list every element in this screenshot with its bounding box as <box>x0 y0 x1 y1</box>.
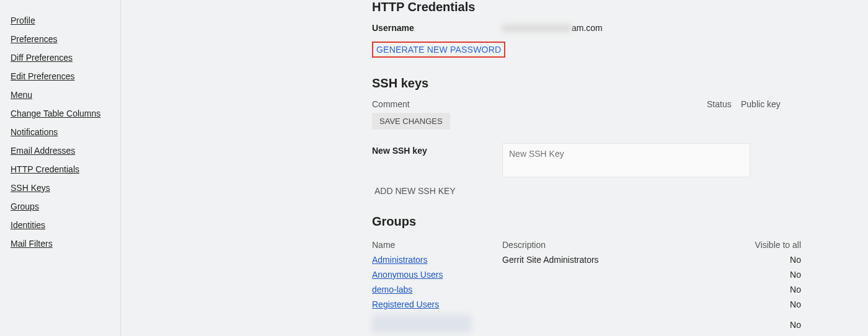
sidebar-item-email-addresses[interactable]: Email Addresses <box>11 141 120 160</box>
username-redacted: xxxxxxxxxxxxxxxx <box>502 23 572 33</box>
group-row: Registered Users No <box>372 297 818 312</box>
sidebar-item-profile[interactable]: Profile <box>11 11 120 30</box>
sidebar-item-preferences[interactable]: Preferences <box>11 30 120 48</box>
save-changes-button[interactable]: SAVE CHANGES <box>372 113 450 130</box>
sidebar-item-mail-filters[interactable]: Mail Filters <box>11 234 120 253</box>
ssh-keys-section: SSH keys Comment Status Public key SAVE … <box>372 76 818 196</box>
sidebar-item-change-table-columns[interactable]: Change Table Columns <box>11 104 120 123</box>
generate-new-password-button[interactable]: GENERATE NEW PASSWORD <box>376 45 501 55</box>
group-row: Administrators Gerrit Site Administrator… <box>372 252 818 267</box>
group-link-registered-users[interactable]: Registered Users <box>372 299 439 309</box>
group-link-anonymous-users[interactable]: Anonymous Users <box>372 270 443 280</box>
ssh-keys-title: SSH keys <box>372 76 818 91</box>
http-credentials-section: HTTP Credentials Username xxxxxxxxxxxxxx… <box>372 0 818 58</box>
http-credentials-title: HTTP Credentials <box>372 0 818 14</box>
group-row: Anonymous Users No <box>372 267 818 282</box>
new-ssh-key-input[interactable] <box>502 143 750 177</box>
group-redacted <box>372 314 471 333</box>
main-content: HTTP Credentials Username xxxxxxxxxxxxxx… <box>121 0 868 336</box>
settings-sidebar: Profile Preferences Diff Preferences Edi… <box>0 0 121 336</box>
add-new-ssh-key-button[interactable]: ADD NEW SSH KEY <box>374 186 456 196</box>
group-row: No <box>372 312 818 336</box>
username-label: Username <box>372 23 502 33</box>
group-description: Gerrit Site Administrators <box>502 255 750 265</box>
groups-section: Groups Name Description Visible to all A… <box>372 214 818 336</box>
group-row: demo-labs No <box>372 282 818 297</box>
group-link-administrators[interactable]: Administrators <box>372 255 427 265</box>
generate-password-highlight: GENERATE NEW PASSWORD <box>372 42 505 58</box>
group-link-demo-labs[interactable]: demo-labs <box>372 285 412 294</box>
sidebar-item-notifications[interactable]: Notifications <box>11 123 120 141</box>
sidebar-item-ssh-keys[interactable]: SSH Keys <box>11 179 120 197</box>
sidebar-item-groups[interactable]: Groups <box>11 197 120 216</box>
ssh-status-header: Status <box>707 99 741 109</box>
group-visible: No <box>750 285 818 294</box>
group-visible: No <box>750 270 818 280</box>
group-visible: No <box>750 255 818 265</box>
sidebar-item-identities[interactable]: Identities <box>11 216 120 234</box>
ssh-comment-header: Comment <box>372 99 707 109</box>
groups-header-description: Description <box>502 240 750 250</box>
username-tail: am.com <box>572 23 603 33</box>
group-visible: No <box>750 299 818 309</box>
groups-header-name: Name <box>372 240 502 250</box>
groups-header-visible: Visible to all <box>750 240 818 250</box>
sidebar-item-http-credentials[interactable]: HTTP Credentials <box>11 160 120 179</box>
group-visible: No <box>750 320 818 330</box>
groups-title: Groups <box>372 214 818 229</box>
sidebar-item-diff-preferences[interactable]: Diff Preferences <box>11 48 120 67</box>
username-value: xxxxxxxxxxxxxxxxam.com <box>502 23 603 33</box>
sidebar-item-edit-preferences[interactable]: Edit Preferences <box>11 67 120 86</box>
new-ssh-key-label: New SSH key <box>372 143 502 156</box>
ssh-publickey-header: Public key <box>741 99 818 109</box>
sidebar-item-menu[interactable]: Menu <box>11 86 120 104</box>
